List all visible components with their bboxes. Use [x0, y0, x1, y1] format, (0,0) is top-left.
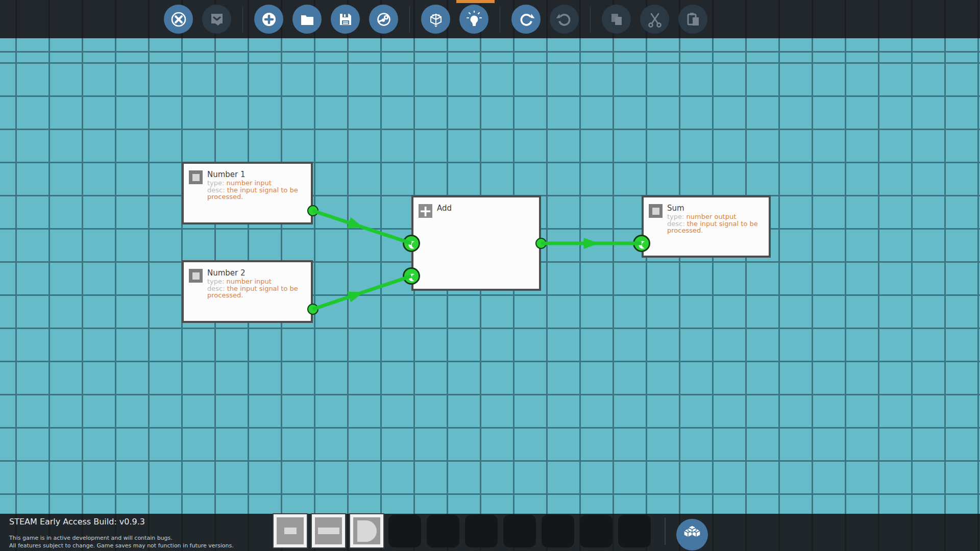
node-header: Number 2type: number inputdesc: the inpu…: [184, 262, 311, 299]
toolbar-group-divider: [500, 7, 500, 32]
palette-item-wide-node[interactable]: [312, 514, 345, 547]
bulb-icon: [465, 11, 483, 28]
plus-icon: [260, 11, 278, 28]
transform-button[interactable]: [421, 5, 450, 34]
square-icon-inner: [192, 174, 200, 181]
output-port[interactable]: [535, 238, 547, 249]
cube-icon: [427, 11, 445, 28]
empty-palette-slot[interactable]: [542, 515, 574, 547]
add-button[interactable]: [254, 5, 283, 34]
node-text: Sumtype: number outputdesc: the input si…: [667, 204, 764, 234]
node-title: Number 1: [207, 170, 304, 179]
node-text: Add: [437, 204, 452, 213]
node-number1[interactable]: Number 1type: number inputdesc: the inpu…: [182, 162, 313, 224]
square-icon-inner: [192, 272, 200, 280]
node-graph-canvas[interactable]: Number 1type: number inputdesc: the inpu…: [0, 38, 980, 514]
wide-rect-icon: [318, 528, 339, 534]
square-icon: [649, 204, 663, 218]
node-meta: type: number inputdesc: the input signal…: [207, 180, 304, 201]
node-text: Number 1type: number inputdesc: the inpu…: [207, 170, 304, 201]
toolbar-group-divider: [242, 7, 243, 32]
palette-item-gate-node[interactable]: [350, 514, 383, 547]
node-meta: type: number outputdesc: the input signa…: [667, 213, 764, 234]
disclaimer-line-2: All features subject to change. Game sav…: [9, 542, 234, 549]
build-version-label: STEAM Early Access Build: v0.9.3: [9, 517, 145, 527]
redo-button: [550, 5, 579, 34]
bottom-bar: STEAM Early Access Build: v0.9.3 This ga…: [0, 514, 980, 551]
output-port[interactable]: [307, 205, 318, 216]
node-header: Sumtype: number outputdesc: the input si…: [644, 197, 769, 234]
undo-button[interactable]: [511, 5, 541, 34]
copy-icon: [608, 11, 625, 28]
cut-button: [640, 5, 669, 34]
save-icon: [337, 11, 354, 28]
steam-button[interactable]: [369, 5, 398, 34]
close-button[interactable]: [164, 5, 193, 34]
package-button[interactable]: [676, 519, 708, 550]
node-header: Number 1type: number inputdesc: the inpu…: [184, 164, 311, 201]
disclaimer-line-1: This game is in active development and w…: [9, 535, 173, 541]
input-port[interactable]: [633, 235, 650, 252]
input-port[interactable]: [403, 267, 420, 285]
square-icon: [189, 170, 203, 184]
square-icon-inner: [652, 208, 659, 215]
toolbar-group-divider: [590, 7, 591, 32]
empty-palette-slot[interactable]: [388, 515, 421, 547]
undo-icon: [518, 11, 535, 28]
node-header: +Add: [413, 197, 539, 218]
node-title: Sum: [667, 204, 764, 213]
node-sum[interactable]: Sumtype: number outputdesc: the input si…: [642, 195, 771, 258]
cubes-icon: [682, 523, 702, 546]
folder-icon: [299, 11, 316, 28]
save-button[interactable]: [331, 5, 360, 34]
empty-palette-slot[interactable]: [580, 515, 612, 547]
plus-icon: +: [419, 204, 432, 218]
output-port[interactable]: [307, 304, 318, 315]
half-disc-icon: [357, 520, 377, 542]
top-toolbar: [0, 0, 980, 38]
redo-icon: [556, 11, 573, 28]
empty-palette-slot[interactable]: [427, 515, 459, 547]
small-rect-icon: [284, 528, 297, 534]
open-button[interactable]: [292, 5, 322, 34]
scissors-icon: [646, 11, 664, 28]
input-port[interactable]: [403, 235, 420, 252]
active-tab-indicator: [456, 0, 495, 3]
paste-icon: [684, 11, 702, 28]
square-icon: [189, 269, 203, 283]
paste-button: [678, 5, 707, 34]
node-meta: type: number inputdesc: the input signal…: [207, 278, 304, 299]
node-number2[interactable]: Number 2type: number inputdesc: the inpu…: [182, 260, 313, 323]
node-add[interactable]: +Add: [411, 195, 541, 291]
bottombar-divider: [665, 518, 666, 545]
empty-palette-slot[interactable]: [618, 515, 651, 547]
mail-icon: [208, 11, 226, 28]
palette-item-small-node[interactable]: [274, 514, 307, 547]
toolbar-group-divider: [409, 7, 410, 32]
mail-button: [202, 5, 231, 34]
node-title: Number 2: [207, 269, 304, 278]
node-title: Add: [437, 204, 452, 213]
copy-button: [602, 5, 631, 34]
empty-palette-slot[interactable]: [503, 515, 536, 547]
node-text: Number 2type: number inputdesc: the inpu…: [207, 269, 304, 299]
node-palette: [274, 514, 656, 547]
empty-palette-slot[interactable]: [465, 515, 498, 547]
ideas-button[interactable]: [459, 5, 488, 34]
close-icon: [170, 11, 187, 28]
steam-icon: [375, 11, 393, 28]
